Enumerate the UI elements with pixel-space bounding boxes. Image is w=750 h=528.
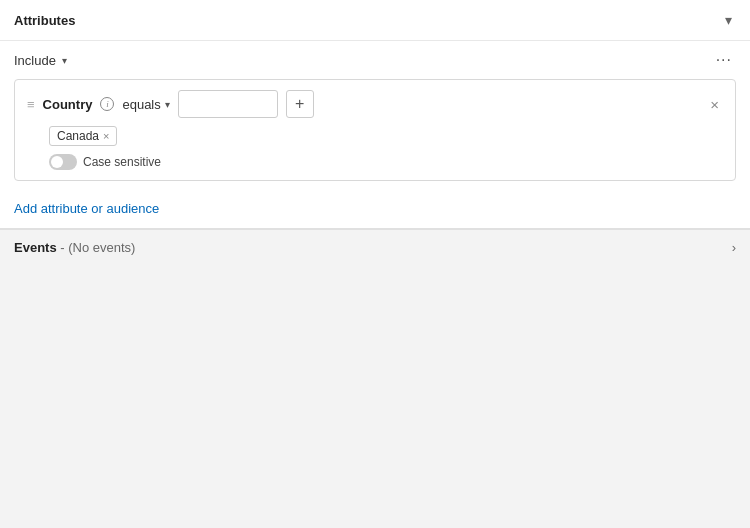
- events-chevron-icon: ›: [732, 240, 736, 255]
- add-attribute-label: Add attribute or audience: [14, 201, 159, 216]
- add-value-button[interactable]: +: [286, 90, 314, 118]
- include-dropdown[interactable]: Include ▾: [14, 53, 67, 68]
- tag-close-button[interactable]: ×: [103, 131, 109, 142]
- tag-label: Canada: [57, 129, 99, 143]
- case-sensitive-row: Case sensitive: [27, 154, 723, 170]
- operator-dropdown[interactable]: equals ▾: [122, 97, 169, 112]
- condition-card: ≡ Country i equals ▾ + × Canada ×: [14, 79, 736, 181]
- events-title: Events - (No events): [14, 240, 135, 255]
- field-name-label: Country: [43, 97, 93, 112]
- events-header[interactable]: Events - (No events) ›: [0, 230, 750, 265]
- collapse-button[interactable]: ▾: [721, 10, 736, 30]
- include-chevron-icon: ▾: [62, 55, 67, 66]
- attributes-title: Attributes: [14, 13, 75, 28]
- attributes-section: Attributes ▾ Include ▾ ··· ≡ Country i e…: [0, 0, 750, 229]
- case-sensitive-label: Case sensitive: [83, 155, 161, 169]
- operator-label: equals: [122, 97, 160, 112]
- include-row: Include ▾ ···: [0, 41, 750, 79]
- more-options-button[interactable]: ···: [712, 49, 736, 71]
- add-attribute-row[interactable]: Add attribute or audience: [0, 191, 750, 228]
- info-icon[interactable]: i: [100, 97, 114, 111]
- tags-row: Canada ×: [27, 126, 723, 146]
- condition-close-button[interactable]: ×: [706, 94, 723, 115]
- value-input[interactable]: [178, 90, 278, 118]
- case-sensitive-toggle[interactable]: [49, 154, 77, 170]
- canada-tag: Canada ×: [49, 126, 117, 146]
- add-icon: +: [295, 95, 304, 113]
- attributes-header: Attributes ▾: [0, 0, 750, 41]
- condition-row: ≡ Country i equals ▾ + ×: [27, 90, 723, 118]
- drag-handle-icon[interactable]: ≡: [27, 97, 35, 112]
- events-no-events-label: - (No events): [60, 240, 135, 255]
- events-section: Events - (No events) ›: [0, 229, 750, 265]
- include-label: Include: [14, 53, 56, 68]
- operator-chevron-icon: ▾: [165, 99, 170, 110]
- toggle-slider: [49, 154, 77, 170]
